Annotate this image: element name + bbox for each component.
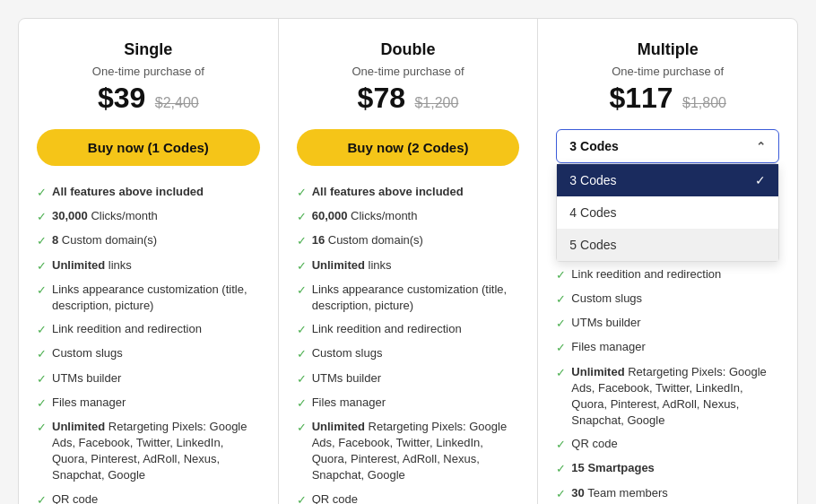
feature-item: ✓Link reedition and redirection — [556, 266, 779, 283]
feature-item: ✓Files manager — [556, 339, 779, 356]
check-icon: ✓ — [556, 437, 566, 453]
plan-subtitle-double: One-time purchase of — [297, 65, 520, 78]
feature-item: ✓Custom slugs — [556, 291, 779, 308]
chevron-up-icon: ⌃ — [756, 140, 766, 153]
check-icon: ✓ — [556, 486, 566, 502]
feature-item: ✓60,000 Clicks/month — [297, 208, 520, 225]
check-icon: ✓ — [297, 395, 307, 412]
codes-dropdown-menu: 3 Codes ✓ 4 Codes 5 Codes — [556, 163, 779, 262]
check-icon: ✓ — [556, 267, 566, 283]
check-icon: ✓ — [297, 492, 307, 504]
price-old-single: $2,400 — [155, 95, 199, 110]
check-icon: ✓ — [37, 395, 47, 412]
plan-multiple: Multiple One-time purchase of $117 $1,80… — [538, 19, 797, 504]
feature-item: ✓Links appearance customization (title, … — [37, 282, 260, 314]
check-icon: ✓ — [556, 291, 566, 308]
feature-item: ✓Custom slugs — [37, 345, 260, 362]
buy-button-single[interactable]: Buy now (1 Codes) — [37, 129, 260, 166]
check-icon: ✓ — [297, 209, 307, 225]
feature-item: ✓UTMs builder — [37, 370, 260, 387]
plan-title-double: Double — [297, 40, 520, 59]
check-icon: ✓ — [556, 365, 566, 381]
check-icon: ✓ — [37, 185, 47, 201]
check-icon: ✓ — [556, 340, 566, 356]
check-icon: ✓ — [37, 258, 47, 274]
features-list-double: ✓All features above included ✓60,000 Cli… — [297, 184, 520, 504]
feature-item: ✓Unlimited Retargeting Pixels: Google Ad… — [556, 364, 779, 430]
price-old-double: $1,200 — [414, 95, 458, 110]
check-icon: ✓ — [297, 322, 307, 338]
check-icon: ✓ — [297, 282, 307, 299]
check-icon: ✓ — [37, 420, 47, 436]
check-icon: ✓ — [297, 233, 307, 249]
pricing-container: Single One-time purchase of $39 $2,400 B… — [18, 18, 798, 504]
dropdown-option-5codes[interactable]: 5 Codes — [557, 229, 778, 261]
dropdown-option-3codes[interactable]: 3 Codes ✓ — [557, 164, 778, 196]
check-icon: ✓ — [37, 233, 47, 249]
check-icon: ✓ — [37, 282, 47, 299]
feature-item: ✓All features above included — [297, 184, 520, 201]
feature-item: ✓QR code — [297, 491, 520, 504]
check-icon: ✓ — [297, 346, 307, 362]
check-icon: ✓ — [37, 209, 47, 225]
feature-item: ✓Unlimited Retargeting Pixels: Google Ad… — [297, 419, 520, 484]
feature-item: ✓Link reedition and redirection — [297, 321, 520, 338]
codes-dropdown[interactable]: 3 Codes ⌃ — [556, 129, 779, 163]
price-row-multiple: $117 $1,800 — [556, 82, 779, 115]
dropdown-option-label: 3 Codes — [569, 173, 616, 187]
feature-item: ✓UTMs builder — [297, 370, 520, 387]
price-old-multiple: $1,800 — [682, 95, 726, 110]
feature-item: ✓Unlimited links — [297, 257, 520, 274]
plan-title-single: Single — [37, 40, 260, 59]
check-icon: ✓ — [297, 371, 307, 387]
feature-item: ✓8 Custom domain(s) — [37, 232, 260, 249]
check-icon: ✓ — [556, 461, 566, 477]
price-row-double: $78 $1,200 — [297, 82, 520, 115]
price-row-single: $39 $2,400 — [37, 82, 260, 115]
dropdown-option-4codes[interactable]: 4 Codes — [557, 196, 778, 229]
feature-item: ✓UTMs builder — [556, 315, 779, 332]
check-icon: ✓ — [556, 316, 566, 332]
feature-item: ✓Links appearance customization (title, … — [297, 282, 520, 314]
dropdown-selected-label: 3 Codes — [569, 139, 618, 153]
check-icon: ✓ — [297, 258, 307, 274]
selected-check-icon: ✓ — [755, 173, 766, 187]
check-icon: ✓ — [37, 371, 47, 387]
feature-item: ✓15 Smartpages — [556, 460, 779, 477]
feature-item: ✓QR code — [556, 436, 779, 453]
dropdown-option-label: 5 Codes — [569, 238, 616, 252]
feature-item: ✓Link reedition and redirection — [37, 321, 260, 338]
codes-dropdown-wrapper: 3 Codes ⌃ 3 Codes ✓ 4 Codes 5 Codes — [556, 129, 779, 163]
feature-item: ✓30,000 Clicks/month — [37, 208, 260, 225]
check-icon: ✓ — [37, 492, 47, 504]
feature-item: ✓Unlimited links — [37, 257, 260, 274]
feature-item: ✓QR code — [37, 491, 260, 504]
feature-item: ✓Files manager — [37, 395, 260, 412]
price-main-single: $39 — [98, 82, 145, 114]
plan-subtitle-single: One-time purchase of — [37, 65, 260, 78]
plan-double: Double One-time purchase of $78 $1,200 B… — [279, 19, 539, 504]
buy-button-double[interactable]: Buy now (2 Codes) — [297, 129, 520, 166]
feature-item: ✓16 Custom domain(s) — [297, 232, 520, 249]
features-list-single: ✓All features above included ✓30,000 Cli… — [37, 184, 260, 504]
check-icon: ✓ — [297, 420, 307, 436]
dropdown-option-label: 4 Codes — [569, 205, 616, 220]
price-main-double: $78 — [358, 82, 405, 114]
check-icon: ✓ — [297, 185, 307, 201]
check-icon: ✓ — [37, 346, 47, 362]
price-main-multiple: $117 — [609, 82, 673, 114]
feature-item: ✓Custom slugs — [297, 345, 520, 362]
plan-title-multiple: Multiple — [556, 40, 779, 59]
plan-subtitle-multiple: One-time purchase of — [556, 65, 779, 78]
plan-single: Single One-time purchase of $39 $2,400 B… — [19, 19, 279, 504]
feature-item: ✓30 Team members — [556, 485, 779, 502]
check-icon: ✓ — [37, 322, 47, 338]
feature-item: ✓Files manager — [297, 395, 520, 412]
feature-item: ✓Unlimited Retargeting Pixels: Google Ad… — [37, 419, 260, 484]
feature-item: ✓All features above included — [37, 184, 260, 201]
